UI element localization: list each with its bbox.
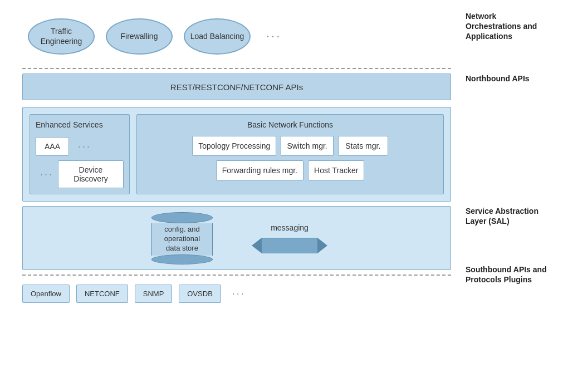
forwarding-rules-box: Forwarding rules mgr.: [216, 160, 303, 180]
cylinder-text: config. and operational data store: [156, 225, 208, 253]
netconf-box: NETCONF: [76, 285, 128, 303]
bottom-dots: ···: [232, 288, 246, 300]
double-arrow: [252, 238, 327, 253]
enhanced-services-row2: ··· Device Discovery: [36, 160, 124, 188]
ovsdb-box: OVSDB: [179, 285, 221, 303]
stats-mgr-label: Stats mgr.: [345, 141, 380, 150]
arrow-left-head: [252, 238, 262, 253]
network-orchestrations-label: Network Orchestrations and Applications: [466, 11, 551, 42]
host-tracker-label: Host Tracker: [314, 166, 358, 175]
database-cylinder: config. and operational data store: [146, 212, 218, 264]
forwarding-rules-label: Forwarding rules mgr.: [222, 166, 297, 175]
southbound-label: Southbound APIs and Protocols Plugins: [466, 264, 551, 285]
netconf-label: NETCONF: [85, 290, 120, 298]
northbound-label-text: Northbound APIs: [466, 74, 530, 83]
middle-section: Enhanced Services AAA ··· ··· Device Dis…: [22, 107, 451, 202]
sal-section: config. and operational data store messa…: [22, 206, 451, 270]
topology-processing-box: Topology Processing: [192, 136, 276, 156]
ellipse-load-balancing: Load Balancing: [184, 18, 251, 55]
openflow-box: Openflow: [22, 285, 70, 303]
network-orchestrations-label-container: Network Orchestrations and Applications: [457, 11, 551, 42]
cylinder-body: config. and operational data store: [151, 223, 213, 256]
basic-network-row2: Forwarding rules mgr. Host Tracker: [143, 160, 438, 180]
top-dots: ···: [266, 29, 281, 43]
device-discovery-label: Device Discovery: [74, 165, 107, 183]
enhanced-services-box: Enhanced Services AAA ··· ··· Device Dis…: [30, 114, 130, 194]
messaging-label: messaging: [271, 223, 309, 232]
snmp-box: SNMP: [135, 285, 173, 303]
enhanced-services-title: Enhanced Services: [36, 120, 124, 129]
spacer-mid: [466, 84, 551, 206]
basic-network-row1: Topology Processing Switch mgr. Stats mg…: [143, 136, 438, 156]
messaging-arrow: messaging: [252, 223, 327, 253]
sal-label: Service Abstraction Layer (SAL): [466, 206, 551, 226]
basic-network-box: Basic Network Functions Topology Process…: [136, 114, 444, 194]
enhanced-services-row1: AAA ···: [36, 137, 124, 156]
arrow-right-head: [317, 238, 327, 253]
main-content: Traffic Engineering Firewalling Load Bal…: [17, 7, 457, 385]
top-dashed-divider: [22, 68, 451, 69]
switch-mgr-label: Switch mgr.: [287, 141, 327, 150]
openflow-label: Openflow: [31, 290, 61, 298]
spacer-bot: [466, 227, 551, 264]
labels-column: Northbound APIs Service Abstraction Laye…: [457, 7, 551, 385]
ovsdb-label: OVSDB: [187, 290, 213, 298]
cylinder-bottom: [151, 254, 213, 264]
diagram-container: Traffic Engineering Firewalling Load Bal…: [17, 7, 551, 385]
arrow-row: [252, 238, 327, 253]
firewalling-label: Firewalling: [121, 31, 158, 41]
ellipse-traffic-engineering: Traffic Engineering: [28, 18, 95, 55]
aaa-box: AAA: [36, 137, 69, 156]
enhanced-dots2: ···: [40, 169, 53, 180]
sal-label-text: Service Abstraction Layer (SAL): [466, 207, 538, 226]
enhanced-dots1: ···: [78, 141, 91, 153]
bottom-row: Openflow NETCONF SNMP OVSDB ···: [17, 276, 457, 309]
host-tracker-box: Host Tracker: [308, 160, 364, 180]
northbound-bar-text: REST/RESTCONF/NETCONF APIs: [170, 82, 303, 92]
northbound-bar: REST/RESTCONF/NETCONF APIs: [22, 74, 451, 100]
arrow-body-mid: [262, 238, 317, 253]
load-balancing-label: Load Balancing: [190, 31, 244, 41]
ellipse-firewalling: Firewalling: [106, 18, 173, 55]
traffic-engineering-label: Traffic Engineering: [29, 26, 94, 46]
switch-mgr-box: Switch mgr.: [281, 136, 333, 156]
northbound-label: Northbound APIs: [466, 74, 551, 84]
topology-processing-label: Topology Processing: [198, 141, 270, 150]
basic-network-title: Basic Network Functions: [143, 120, 438, 129]
snmp-label: SNMP: [143, 290, 164, 298]
device-discovery-box: Device Discovery: [58, 160, 124, 188]
cylinder-top: [151, 212, 213, 223]
top-row: Traffic Engineering Firewalling Load Bal…: [17, 7, 457, 68]
southbound-label-text: Southbound APIs and Protocols Plugins: [466, 265, 547, 284]
stats-mgr-box: Stats mgr.: [338, 136, 388, 156]
